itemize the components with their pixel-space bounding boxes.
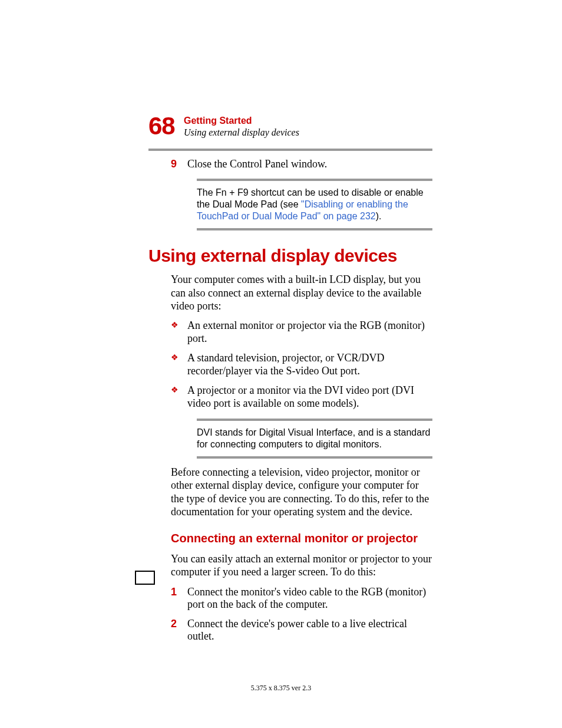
bullet-text: An external monitor or projector via the… [187, 319, 432, 345]
bullet-text: A projector or a monitor via the DVI vid… [187, 384, 432, 410]
bullet-text: A standard television, projector, or VCR… [187, 351, 432, 378]
step-number: 9 [171, 158, 187, 170]
heading-2: Connecting an external monitor or projec… [171, 532, 432, 545]
paragraph: You can easily attach an external monito… [171, 552, 432, 579]
intro-paragraph: Your computer comes with a built-in LCD … [171, 273, 432, 313]
note-text: DVI stands for Digital Visual Interface,… [197, 427, 432, 450]
note-top-rule [197, 419, 432, 421]
step-number: 2 [171, 618, 187, 643]
bullet-icon: ❖ [171, 319, 187, 345]
note-bottom-rule [197, 228, 432, 230]
step-text: Close the Control Panel window. [187, 158, 432, 170]
note-bottom-rule [197, 456, 432, 459]
header-chapter: Getting Started [184, 116, 562, 126]
step-text: Connect the device's power cable to a li… [187, 618, 432, 643]
heading-1: Using external display devices [148, 246, 562, 266]
note-top-rule [197, 179, 432, 181]
footer-text: 5.375 x 8.375 ver 2.3 [0, 684, 562, 693]
step-text: Connect the monitor's video cable to the… [187, 586, 432, 611]
bullet-icon: ❖ [171, 351, 187, 378]
horizontal-rule [148, 149, 432, 151]
bullet-icon: ❖ [171, 384, 187, 410]
note-text: The Fn + F9 shortcut can be used to disa… [197, 187, 432, 222]
note-post: ). [376, 211, 382, 221]
monitor-icon [135, 571, 155, 585]
paragraph: Before connecting a television, video pr… [171, 466, 432, 519]
step-number: 1 [171, 586, 187, 611]
header-subtitle: Using external display devices [184, 127, 562, 138]
